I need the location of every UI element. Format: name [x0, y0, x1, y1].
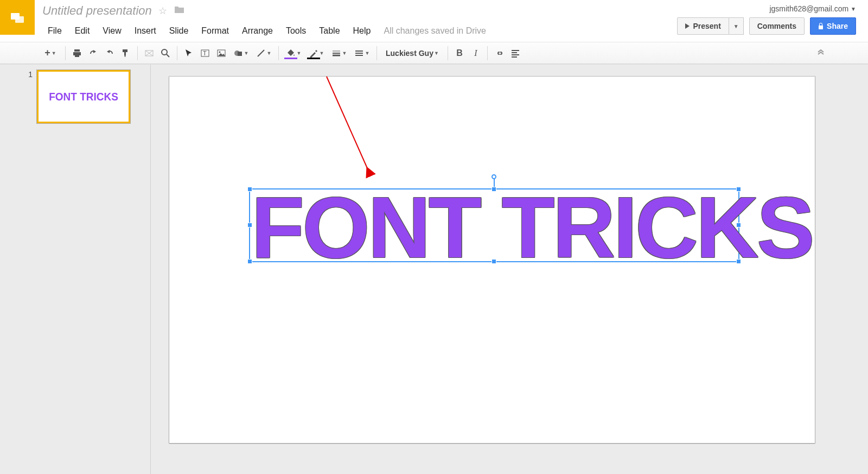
present-dropdown[interactable]: ▼	[729, 17, 744, 35]
chevron-down-icon: ▼	[733, 23, 739, 29]
thumb-title: FONT TRICKS	[49, 90, 118, 103]
slide-thumbnail[interactable]: FONT TRICKS	[37, 70, 130, 123]
print-button[interactable]	[69, 46, 85, 61]
svg-text:T: T	[203, 50, 207, 56]
line-weight-button[interactable]: ▼	[328, 46, 350, 61]
play-icon	[685, 23, 690, 29]
svg-rect-1	[15, 16, 24, 23]
share-label: Share	[827, 22, 848, 30]
svg-point-3	[162, 49, 167, 55]
comments-button[interactable]: Comments	[749, 17, 805, 35]
present-button[interactable]: Present	[677, 17, 729, 35]
insert-link-button[interactable]	[491, 46, 507, 61]
svg-point-7	[219, 51, 221, 53]
save-status: All changes saved in Drive	[378, 26, 486, 36]
textbox-tool[interactable]: T	[197, 46, 213, 61]
line-tool[interactable]: ▼	[252, 46, 275, 61]
svg-line-10	[327, 77, 370, 174]
share-button[interactable]: Share	[810, 17, 856, 35]
undo-button[interactable]	[85, 46, 101, 61]
menu-view[interactable]: View	[97, 24, 126, 38]
line-color-button[interactable]: ▼	[305, 46, 328, 61]
present-label: Present	[693, 22, 720, 30]
hide-menus-button[interactable]	[813, 46, 829, 61]
menu-arrange[interactable]: Arrange	[237, 24, 278, 38]
fill-swatch	[284, 58, 297, 59]
account-email[interactable]: jgsmith628@gmail.com ▼	[769, 4, 856, 13]
slide-canvas[interactable]: FONT TRICKS	[169, 77, 815, 443]
line-color-swatch	[307, 58, 320, 59]
paint-format-button[interactable]	[118, 46, 134, 61]
svg-rect-9	[238, 52, 242, 56]
menu-format[interactable]: Format	[196, 24, 234, 38]
shape-tool[interactable]: ▼	[229, 46, 252, 61]
selected-textbox[interactable]: FONT TRICKS	[249, 188, 739, 262]
new-slide-button[interactable]: +▼	[39, 46, 62, 61]
font-name: Luckiest Guy	[386, 49, 433, 58]
menu-slide[interactable]: Slide	[164, 24, 194, 38]
canvas-area[interactable]: FONT TRICKS	[151, 65, 868, 474]
chevron-down-icon: ▼	[851, 6, 856, 12]
slides-logo[interactable]	[0, 0, 35, 35]
app-header: Untitled presentation ☆ File Edit View I…	[0, 0, 868, 42]
slide-panel[interactable]: 1 FONT TRICKS	[0, 65, 151, 474]
align-button[interactable]	[507, 46, 524, 61]
menu-help[interactable]: Help	[348, 24, 376, 38]
zoom-to-fit-button[interactable]	[141, 46, 157, 61]
lock-icon	[818, 23, 824, 29]
menu-insert[interactable]: Insert	[129, 24, 162, 38]
line-dash-button[interactable]: ▼	[350, 46, 373, 61]
rotate-handle[interactable]	[492, 174, 496, 179]
slide-number: 1	[25, 70, 33, 79]
bold-button[interactable]: B	[451, 46, 468, 61]
toolbar: +▼ T ▼ ▼ ▼ ▼	[0, 42, 868, 64]
font-selector[interactable]: Luckiest Guy ▼	[380, 46, 444, 61]
menu-edit[interactable]: Edit	[69, 24, 95, 38]
annotation-arrow	[299, 71, 408, 191]
header-right: jgsmith628@gmail.com ▼ Present ▼ Comment…	[677, 4, 856, 35]
slide-thumb-wrap[interactable]: 1 FONT TRICKS	[0, 70, 150, 123]
image-tool[interactable]	[213, 46, 229, 61]
comments-label: Comments	[757, 22, 796, 30]
redo-button[interactable]	[101, 46, 118, 61]
italic-button[interactable]: I	[468, 46, 484, 61]
menu-file[interactable]: File	[42, 24, 67, 38]
textbox-text[interactable]: FONT TRICKS	[250, 189, 753, 264]
folder-icon[interactable]	[174, 5, 184, 17]
menu-table[interactable]: Table	[314, 24, 345, 38]
doc-title[interactable]: Untitled presentation	[42, 4, 152, 18]
zoom-button[interactable]	[157, 46, 174, 61]
title-area: Untitled presentation ☆ File Edit View I…	[35, 0, 486, 40]
star-icon[interactable]: ☆	[158, 5, 167, 17]
fill-color-button[interactable]: ▼	[282, 46, 305, 61]
menu-tools[interactable]: Tools	[280, 24, 311, 38]
select-tool[interactable]	[181, 46, 197, 61]
workspace: 1 FONT TRICKS	[0, 64, 868, 474]
account-email-text: jgsmith628@gmail.com	[769, 4, 848, 13]
menubar: File Edit View Insert Slide Format Arran…	[42, 22, 486, 40]
